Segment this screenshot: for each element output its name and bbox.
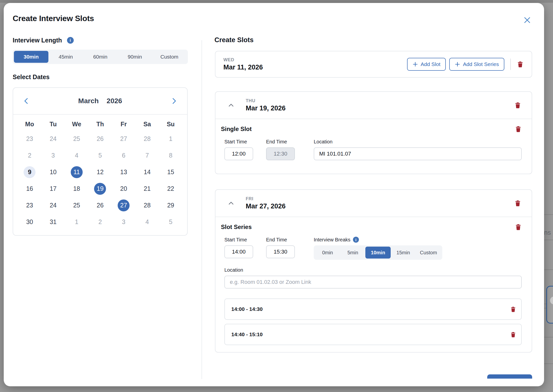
calendar-day-cell[interactable]: 31: [41, 214, 65, 230]
date-label: Mar 11, 2026: [223, 64, 263, 71]
calendar-day-cell[interactable]: 18: [65, 180, 88, 197]
add-slot-button[interactable]: Add Slot: [407, 58, 446, 71]
calendar-grid: 2324252627281234567891011121314151617181…: [18, 131, 182, 230]
close-icon[interactable]: [523, 16, 531, 24]
calendar-day-cell: 5: [159, 214, 182, 230]
calendar-day-cell[interactable]: 29: [159, 197, 182, 214]
trash-icon[interactable]: [510, 306, 516, 312]
weekday-label: THU: [246, 98, 286, 103]
background-row-line: [544, 240, 553, 240]
calendar-day-cell: 2: [88, 214, 112, 230]
chevron-left-icon[interactable]: [23, 97, 30, 105]
location-input[interactable]: [314, 147, 522, 160]
background-row-line: [544, 337, 553, 337]
column-divider: [202, 40, 202, 379]
background-partial-text: ns: [544, 229, 553, 236]
start-time-label: Start Time: [224, 236, 253, 243]
trash-icon[interactable]: [515, 126, 522, 132]
calendar-day-cell: 26: [88, 131, 112, 147]
trash-icon[interactable]: [515, 224, 522, 230]
break-option-5min[interactable]: 5min: [340, 247, 366, 259]
break-option-custom[interactable]: Custom: [416, 247, 441, 259]
interview-length-options: 30min45min60min90minCustom: [13, 50, 188, 64]
calendar-day-cell[interactable]: 16: [18, 180, 41, 197]
calendar-day-cell[interactable]: 10: [41, 164, 65, 180]
chevron-up-icon[interactable]: [228, 102, 234, 108]
info-icon[interactable]: i: [67, 37, 74, 44]
background-row-line: [544, 214, 553, 215]
calendar-dow-we: We: [65, 121, 88, 128]
calendar-day-cell[interactable]: 13: [112, 164, 136, 180]
calendar-day-cell[interactable]: 27: [112, 197, 136, 214]
calendar-day-cell: 1: [65, 214, 88, 230]
trash-icon[interactable]: [514, 102, 521, 109]
calendar-day-cell: 1: [159, 131, 182, 147]
end-time-input[interactable]: [266, 245, 295, 258]
calendar-day-cell[interactable]: 26: [88, 197, 112, 214]
start-time-input[interactable]: [224, 147, 253, 160]
trash-icon[interactable]: [514, 200, 521, 207]
calendar-day-cell: 7: [136, 147, 159, 164]
end-time-input: [266, 147, 295, 160]
calendar-day-headers: MoTuWeThFrSaSu: [18, 118, 182, 131]
trash-icon[interactable]: [510, 331, 516, 338]
slot-time-range: 14:00 - 14:30: [231, 306, 263, 312]
calendar-day-cell[interactable]: 22: [159, 180, 182, 197]
calendar-day-cell[interactable]: 9: [18, 164, 41, 180]
calendar-day-cell: 24: [41, 131, 65, 147]
interview-breaks-label: Interview Breaks: [314, 237, 350, 243]
day-card-mar-19: THU Mar 19, 2026 Single Slot Start Time: [215, 91, 532, 174]
calendar-dow-fr: Fr: [112, 121, 136, 128]
calendar-day-cell[interactable]: 23: [18, 197, 41, 214]
calendar-day-cell[interactable]: 25: [65, 197, 88, 214]
calendar-day-cell[interactable]: 19: [88, 180, 112, 197]
calendar-day-cell[interactable]: 14: [136, 164, 159, 180]
calendar-day-cell[interactable]: 17: [41, 180, 65, 197]
info-icon[interactable]: i: [353, 237, 359, 243]
calendar-day-cell: 4: [136, 214, 159, 230]
calendar-day-cell[interactable]: 15: [159, 164, 182, 180]
calendar-day-cell[interactable]: 30: [18, 214, 41, 230]
submit-button-partial[interactable]: [487, 374, 532, 379]
location-input[interactable]: [224, 276, 522, 289]
calendar-day-cell: 4: [65, 147, 88, 164]
calendar-day-cell[interactable]: 24: [41, 197, 65, 214]
select-dates-label: Select Dates: [13, 73, 50, 81]
calendar-day-cell[interactable]: 12: [88, 164, 112, 180]
end-time-label: End Time: [266, 236, 295, 243]
break-option-10min[interactable]: 10min: [365, 247, 391, 259]
end-time-label: End Time: [266, 138, 295, 145]
calendar-day-cell[interactable]: 28: [136, 197, 159, 214]
break-option-0min[interactable]: 0min: [315, 247, 340, 259]
slot-series-item: 14:00 - 14:30: [224, 298, 522, 320]
break-option-15min[interactable]: 15min: [391, 247, 416, 259]
calendar-day-cell: 23: [18, 131, 41, 147]
create-slots-heading: Create Slots: [214, 36, 254, 44]
chevron-up-icon[interactable]: [228, 200, 234, 206]
calendar-day-cell: 3: [112, 214, 136, 230]
slot-series-title: Slot Series: [221, 224, 252, 230]
length-option-custom[interactable]: Custom: [152, 51, 187, 63]
calendar: March 2026 MoTuWeThFrSaSu 23242526272812…: [13, 87, 188, 236]
length-option-60min[interactable]: 60min: [83, 51, 117, 63]
calendar-day-cell[interactable]: 20: [112, 180, 136, 197]
start-time-label: Start Time: [224, 138, 253, 145]
calendar-day-cell[interactable]: 11: [65, 164, 88, 180]
interview-length-label: Interview Length: [13, 37, 62, 44]
length-option-45min[interactable]: 45min: [48, 51, 83, 63]
create-interview-slots-modal: Create Interview Slots Interview Length …: [4, 3, 544, 386]
trash-icon[interactable]: [517, 61, 524, 68]
start-time-input[interactable]: [224, 245, 253, 258]
calendar-day-cell: 27: [112, 131, 136, 147]
calendar-day-cell: 3: [41, 147, 65, 164]
chevron-right-icon[interactable]: [170, 97, 178, 105]
plus-icon: [455, 62, 460, 67]
length-option-30min[interactable]: 30min: [14, 51, 48, 63]
calendar-day-cell[interactable]: 21: [136, 180, 159, 197]
calendar-day-cell: 6: [112, 147, 136, 164]
add-slot-series-button[interactable]: Add Slot Series: [449, 58, 504, 71]
calendar-day-cell: 25: [65, 131, 88, 147]
length-option-90min[interactable]: 90min: [118, 51, 152, 63]
day-card-mar-27: FRI Mar 27, 2026 Slot Series Start Time: [215, 189, 532, 353]
location-label: Location: [224, 267, 522, 273]
